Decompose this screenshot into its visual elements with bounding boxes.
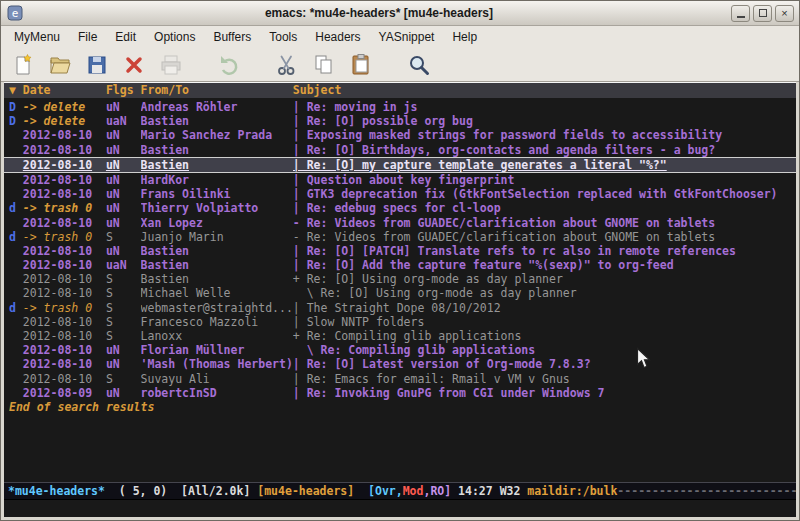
menu-item-help[interactable]: Help [443, 27, 486, 47]
message-row[interactable]: 2012-08-10 uN Bastien | Re: [O] Birthday… [4, 143, 796, 157]
row-mark [9, 258, 23, 272]
menu-item-yasnippet[interactable]: YASnippet [370, 27, 444, 47]
message-row[interactable]: 2012-08-09 uN robertcInSD | Re: Invoking… [4, 386, 796, 400]
row-subject: | Re: edebug specs for cl-loop [293, 201, 796, 215]
row-mark [9, 143, 23, 157]
mode-line[interactable]: *mu4e-headers* ( 5, 0) [All/2.0k] [mu4e-… [4, 482, 796, 499]
echo-area[interactable] [4, 499, 796, 517]
paste-button[interactable] [347, 51, 375, 79]
message-row[interactable]: 2012-08-10 uN Bastien | Re: [O] my captu… [4, 157, 796, 173]
message-row[interactable]: D -> delete uN Andreas Röhler | Re: movi… [4, 100, 796, 114]
cut-button[interactable] [273, 51, 301, 79]
row-subject: | Re: moving in js [293, 100, 796, 114]
mode-line-segment [354, 484, 368, 498]
message-row[interactable]: d -> trash 0 S webmaster@straightd... | … [4, 301, 796, 315]
row-from: Mario Sanchez Prada [141, 128, 293, 142]
row-mark [9, 286, 23, 300]
emacs-buffer-frame: ▼ Date Flgs From/To Subject D -> delete … [4, 82, 796, 517]
save-button[interactable] [83, 51, 111, 79]
titlebar[interactable]: e emacs: *mu4e-headers* [mu4e-headers] × [1, 1, 799, 26]
window-title: emacs: *mu4e-headers* [mu4e-headers] [27, 6, 731, 20]
paste-icon [349, 53, 373, 77]
column-header-flags[interactable]: Flgs [106, 83, 141, 98]
menubar: MyMenu File Edit Options Buffers Tools H… [1, 26, 799, 48]
menu-item-headers[interactable]: Headers [306, 27, 369, 47]
row-subject: | Re: [O] [PATCH] Translate refs to rc a… [293, 244, 796, 258]
row-subject: | Question about key fingerprint [293, 173, 796, 187]
message-list: D -> delete uN Andreas Röhler | Re: movi… [4, 98, 796, 482]
message-row[interactable]: d -> trash 0 S Juanjo Marin - Re: Videos… [4, 230, 796, 244]
message-row[interactable]: 2012-08-10 uN Frans Oilinki | GTK3 depre… [4, 187, 796, 201]
open-file-button[interactable] [46, 51, 74, 79]
sort-direction-icon[interactable]: ▼ [9, 83, 23, 98]
new-file-button[interactable] [9, 51, 37, 79]
row-flags: uN [106, 386, 141, 400]
row-subject: | Re: Invoking GnuPG from CGI under Wind… [293, 386, 796, 400]
message-row[interactable]: 2012-08-10 uN Florian Müllner \ Re: Comp… [4, 343, 796, 357]
message-row[interactable]: 2012-08-10 uN 'Mash (Thomas Herbert) | R… [4, 357, 796, 371]
row-subject: | The Straight Dope 08/10/2012 [293, 301, 796, 315]
message-row[interactable]: 2012-08-10 uaN Bastien | Re: [O] Add the… [4, 258, 796, 272]
message-row[interactable]: d -> trash 0 uN Thierry Volpiatto | Re: … [4, 201, 796, 215]
row-subject: - Re: Videos from GUADEC/clarification a… [293, 216, 796, 230]
menu-item-buffers[interactable]: Buffers [204, 27, 260, 47]
row-subject: - Re: Videos from GUADEC/clarification a… [293, 230, 796, 244]
row-mark: d [9, 201, 23, 215]
row-flags: uaN [106, 114, 141, 128]
menu-item-tools[interactable]: Tools [260, 27, 306, 47]
row-from: Bastien [141, 244, 293, 258]
copy-button[interactable] [310, 51, 338, 79]
message-row[interactable]: D -> delete uaN Bastien | Re: [O] possib… [4, 114, 796, 128]
print-button[interactable] [157, 51, 185, 79]
message-row[interactable]: 2012-08-10 S Michael Welle \ Re: [O] Usi… [4, 286, 796, 300]
close-buffer-icon [122, 53, 146, 77]
message-row[interactable]: 2012-08-10 S Suvayu Ali | Re: Emacs for … [4, 372, 796, 386]
row-flags: uN [106, 187, 141, 201]
row-flags: uN [106, 128, 141, 142]
row-subject: | GTK3 deprecation fix (GtkFontSelection… [293, 187, 796, 201]
column-header-from[interactable]: From/To [141, 83, 293, 98]
maximize-button[interactable] [753, 5, 772, 22]
window-controls: × [731, 5, 794, 22]
row-date: 2012-08-10 [23, 286, 106, 300]
row-flags: S [106, 286, 141, 300]
row-from: HardKor [141, 173, 293, 187]
message-row[interactable]: 2012-08-10 uN Bastien | Re: [O] [PATCH] … [4, 244, 796, 258]
row-mark: d [9, 230, 23, 244]
menu-item-edit[interactable]: Edit [106, 27, 145, 47]
row-subject: \ Re: Compiling glib applications [293, 343, 796, 357]
message-row[interactable]: 2012-08-10 S Bastien + Re: [O] Using org… [4, 272, 796, 286]
row-date: 2012-08-10 [23, 357, 106, 371]
window-icon: e [6, 5, 23, 22]
message-row[interactable]: 2012-08-10 S Francesco Mazzoli | Slow NN… [4, 315, 796, 329]
row-from: Florian Müllner [141, 343, 293, 357]
minimize-button[interactable] [731, 5, 750, 22]
row-date: -> delete [23, 100, 106, 114]
row-subject: | Re: [O] Latest version of Org-mode 7.8… [293, 357, 796, 371]
mode-line-segment: *mu4e-headers* [8, 484, 105, 498]
column-header-subject[interactable]: Subject [293, 83, 796, 98]
row-date: 2012-08-10 [23, 343, 106, 357]
row-subject: + Re: Compiling glib applications [293, 329, 796, 343]
menu-item-file[interactable]: File [69, 27, 106, 47]
row-from: Bastien [141, 143, 293, 157]
menu-item-options[interactable]: Options [145, 27, 204, 47]
message-row[interactable]: 2012-08-10 uN Xan Lopez - Re: Videos fro… [4, 216, 796, 230]
close-buffer-button[interactable] [120, 51, 148, 79]
row-mark: D [9, 114, 23, 128]
message-row[interactable]: 2012-08-10 uN Mario Sanchez Prada | Expo… [4, 128, 796, 142]
row-from: Juanjo Marin [141, 230, 293, 244]
undo-button[interactable] [215, 51, 243, 79]
close-button[interactable]: × [775, 5, 794, 22]
minimize-icon [737, 9, 745, 18]
row-subject: + Re: [O] Using org-mode as day planner [293, 272, 796, 286]
row-mark [9, 329, 23, 343]
menu-item-mymenu[interactable]: MyMenu [5, 27, 69, 47]
search-icon [407, 53, 431, 77]
search-button[interactable] [405, 51, 433, 79]
headers-column-bar: ▼ Date Flgs From/To Subject [4, 83, 796, 98]
row-mark [9, 216, 23, 230]
message-row[interactable]: 2012-08-10 uN HardKor | Question about k… [4, 173, 796, 187]
message-row[interactable]: 2012-08-10 S Lanoxx + Re: Compiling glib… [4, 329, 796, 343]
column-header-date[interactable]: Date [23, 83, 106, 98]
